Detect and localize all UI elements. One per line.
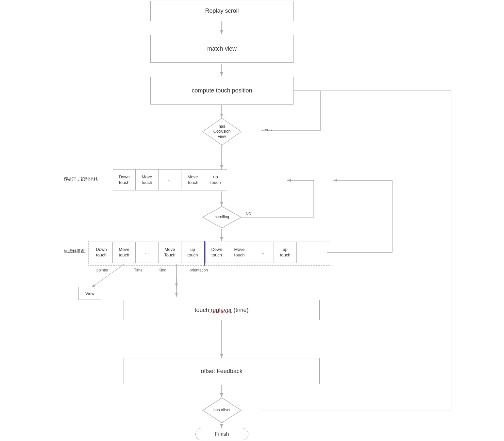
touch-seq-bottom-left: Downtouch Movetouch ... MoveTouch uptouc… [90,242,204,263]
touch-cell-up1: uptouch [204,169,227,190]
finish-box: Finish [195,428,248,440]
offset-feedback-label: offset Feedback [201,368,243,375]
scrolling-label: scrolling [215,215,229,220]
view-label: View [85,291,94,296]
touch-cell-move2: MoveTouch [181,169,204,190]
preprocess-label: 预处理．识别消耗 [64,176,98,182]
touch-seq-top: Downtouch Movetouch ... MoveTouch uptouc… [113,169,227,190]
blue-divider [204,241,205,266]
compute-touch-label: compute touch position [192,87,252,94]
pointer-label: pointer [96,268,109,272]
btr-down: Downtouch [205,242,228,263]
yes-label: YES [265,128,272,132]
view-box: View [78,287,101,300]
btr-move: Movetouch [228,242,251,263]
has-offset-label: has offset [213,408,230,413]
btl-moveT: MoveTouch [159,242,181,263]
has-offset-diamond: has offset [202,397,242,423]
orientation-label: orientation [190,268,208,272]
match-view-label: match view [207,45,237,52]
replay-scroll-label: Replay scroll [205,8,239,14]
scrolling-diamond: scrolling [202,206,242,229]
offset-feedback-box: offset Feedback [124,358,320,384]
touch-cell-dots1: ... [159,169,181,190]
touch-seq-bottom-right: Downtouch Movetouch ... uptouch [205,242,297,263]
touch-replayer-box: touch replayer (time) [124,300,320,320]
touch-cell-down1: Downtouch [113,169,136,190]
flowchart-container: Replay scroll match view compute touch p… [0,0,504,441]
btl-move: Movetouch [113,242,136,263]
has-occlusion-diamond: hasOcclusionview [202,118,242,146]
btl-dots: ... [136,242,159,263]
touch-cell-move1: Movetouch [136,169,159,190]
match-view-box: match view [150,35,294,63]
kind-label: Kind [159,268,166,272]
btl-down: Downtouch [90,242,113,263]
no-label: NO [246,212,251,216]
replay-scroll-box: Replay scroll [150,1,294,21]
btr-dots: ... [251,242,274,263]
btl-up: uptouch [181,242,204,263]
kind-arrow [173,277,180,300]
svg-line-14 [92,264,124,287]
btr-up: uptouch [274,242,297,263]
has-occlusion-label: hasOcclusionview [213,124,231,139]
generate-label: 生成触摸点 [64,248,85,254]
finish-label: Finish [215,431,229,437]
time-label: Time [134,268,143,272]
compute-touch-box: compute touch position [150,77,294,105]
touch-replayer-label: touch replayer (time) [194,307,248,314]
